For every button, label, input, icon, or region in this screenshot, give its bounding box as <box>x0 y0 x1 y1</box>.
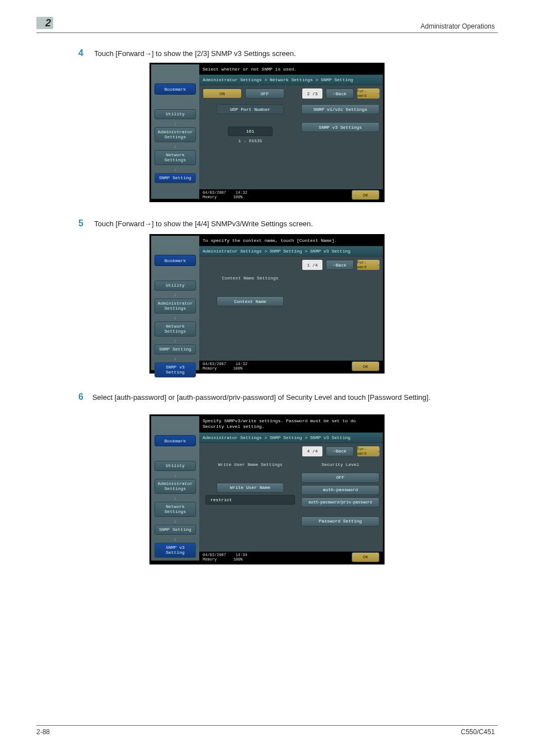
sidebar-item-admin-settings[interactable]: Administrator Settings <box>154 127 196 142</box>
breadcrumb: Administrator Settings > Network Setting… <box>199 74 383 85</box>
arrow-right-icon: → <box>377 449 380 454</box>
snmp-v1v2c-settings-button[interactable]: SNMP v1/v2c Settings <box>301 104 380 114</box>
status-memory-label: Memory <box>203 557 217 562</box>
forward-button[interactable]: For- ward→ <box>357 446 380 456</box>
forward-button[interactable]: For- ward→ <box>357 88 380 99</box>
chevron-down-icon: ↓ <box>151 356 199 361</box>
page-header-title: Administrator Operations <box>420 22 495 30</box>
breadcrumb: Administrator Settings > SNMP Setting > … <box>199 246 383 256</box>
write-user-name-button[interactable]: Write User Name <box>217 483 284 493</box>
screenshot-sidebar: Bookmark Utility ↓ Administrator Setting… <box>151 236 199 370</box>
bookmark-button[interactable]: Bookmark <box>154 255 196 266</box>
forward-label: For- ward <box>357 447 376 456</box>
step-text: Touch [Forward→] to show the [2/3] SNMP … <box>94 49 296 58</box>
sidebar-item-admin-settings[interactable]: Administrator Settings <box>154 479 196 494</box>
status-memory-pct: 100% <box>233 366 243 371</box>
step-text: Touch [Forward→] to show the [4/4] SNMPv… <box>94 220 313 228</box>
chevron-down-icon: ↓ <box>151 143 199 149</box>
sidebar-item-snmp-v3-setting[interactable]: SNMP v3 Setting <box>154 362 196 377</box>
write-user-header: Write User Name Settings <box>218 462 282 467</box>
snmp-v3-settings-button[interactable]: SNMP v3 Settings <box>301 122 380 132</box>
status-memory-pct: 100% <box>233 195 243 199</box>
arrow-right-icon: → <box>377 91 380 96</box>
screenshot-sidebar: Bookmark Utility ↓ Administrator Setting… <box>151 416 199 561</box>
page-indicator: 2 /3 <box>302 88 322 99</box>
back-button[interactable]: ←Back <box>326 260 354 270</box>
chevron-down-icon: ↓ <box>151 120 199 126</box>
status-time: 14:32 <box>236 362 247 366</box>
screenshot-snmp-v3-context: Bookmark Utility ↓ Administrator Setting… <box>149 234 385 374</box>
back-button[interactable]: ←Back <box>326 88 354 99</box>
sidebar-item-utility[interactable]: Utility <box>154 461 196 471</box>
forward-button[interactable]: For- ward→ <box>357 260 380 270</box>
on-button[interactable]: ON <box>203 88 242 99</box>
instruction-text: Specify SNMPv3/write settings. Password … <box>199 416 383 432</box>
step-6: 6 Select [auth-password] or [auth-passwo… <box>78 392 495 403</box>
forward-label: For- ward <box>357 260 376 269</box>
ok-button[interactable]: OK <box>352 552 380 562</box>
status-date: 04/03/2007 <box>203 190 226 195</box>
sidebar-item-network-settings[interactable]: Network Settings <box>154 150 196 165</box>
page-indicator: 4 /4 <box>302 446 322 456</box>
screenshot-sidebar: Bookmark Utility ↓ Administrator Setting… <box>151 64 199 199</box>
security-off-button[interactable]: OFF <box>301 473 380 483</box>
screenshot-snmp-setting: Bookmark Utility ↓ Administrator Setting… <box>149 63 385 202</box>
status-memory-pct: 100% <box>233 557 243 562</box>
back-button[interactable]: ←Back <box>326 446 354 456</box>
write-user-name-value: restrict <box>205 495 295 505</box>
status-memory-label: Memory <box>203 195 217 199</box>
sidebar-item-snmp-setting[interactable]: SNMP Setting <box>154 344 196 354</box>
off-button[interactable]: OFF <box>245 88 284 99</box>
udp-port-header: UDP Port Number <box>217 104 284 114</box>
status-date: 04/03/2007 <box>203 553 226 557</box>
instruction-text: To specify the context name, touch [Cont… <box>199 236 383 246</box>
arrow-right-icon: → <box>377 263 380 267</box>
security-auth-button[interactable]: auth-password <box>301 485 380 495</box>
status-left: 04/03/2007 14:32 Memory 100% <box>203 362 247 371</box>
context-name-header: Context Name Settings <box>222 276 279 281</box>
step-number: 4 <box>78 48 83 58</box>
chevron-down-icon: ↓ <box>151 536 199 542</box>
chevron-down-icon: ↓ <box>151 495 199 501</box>
chevron-down-icon: ↓ <box>151 166 199 172</box>
breadcrumb: Administrator Settings > SNMP Setting > … <box>199 432 383 443</box>
security-authpriv-button[interactable]: auth-password/priv-password <box>301 497 380 507</box>
udp-port-range: 1 - 65535 <box>238 138 262 143</box>
ok-button[interactable]: OK <box>352 361 380 371</box>
chevron-down-icon: ↓ <box>151 292 199 297</box>
step-number: 5 <box>78 218 83 228</box>
status-time: 14:34 <box>236 553 247 557</box>
page-indicator: 1 /4 <box>302 260 322 270</box>
password-setting-button[interactable]: Password Setting <box>301 516 380 526</box>
footer-model: C550/C451 <box>461 728 495 736</box>
sidebar-item-admin-settings[interactable]: Administrator Settings <box>154 298 196 314</box>
top-rule <box>36 32 498 33</box>
context-name-button[interactable]: Context Name <box>217 296 284 306</box>
sidebar-item-network-settings[interactable]: Network Settings <box>154 321 196 337</box>
sidebar-item-snmp-setting[interactable]: SNMP Setting <box>154 525 196 535</box>
chevron-down-icon: ↓ <box>151 315 199 320</box>
step-number: 6 <box>78 392 83 403</box>
sidebar-item-snmp-setting[interactable]: SNMP Setting <box>154 173 196 183</box>
status-time: 14:32 <box>236 190 247 195</box>
sidebar-item-snmp-v3-setting[interactable]: SNMP v3 Setting <box>154 543 196 558</box>
chapter-badge: 2 <box>36 17 53 29</box>
security-level-header: Security Level <box>321 462 359 467</box>
screenshot-snmp-v3-write: Bookmark Utility ↓ Administrator Setting… <box>149 414 385 564</box>
bookmark-button[interactable]: Bookmark <box>154 83 196 95</box>
bookmark-button[interactable]: Bookmark <box>154 435 196 446</box>
chevron-down-icon: ↓ <box>151 518 199 524</box>
ok-button[interactable]: OK <box>352 190 380 200</box>
sidebar-item-utility[interactable]: Utility <box>154 109 196 119</box>
status-memory-label: Memory <box>203 366 217 371</box>
sidebar-item-network-settings[interactable]: Network Settings <box>154 502 196 517</box>
sidebar-item-utility[interactable]: Utility <box>154 281 196 291</box>
chevron-down-icon: ↓ <box>151 338 199 343</box>
status-left: 04/03/2007 14:34 Memory 100% <box>203 553 247 562</box>
status-date: 04/03/2007 <box>203 362 226 366</box>
bottom-rule <box>36 725 498 726</box>
instruction-text: Select whether or not SNMP is used. <box>199 64 383 74</box>
step-text: Select [auth-password] or [auth-password… <box>92 392 430 403</box>
udp-port-value[interactable]: 161 <box>228 127 273 136</box>
status-left: 04/03/2007 14:32 Memory 100% <box>203 190 247 199</box>
